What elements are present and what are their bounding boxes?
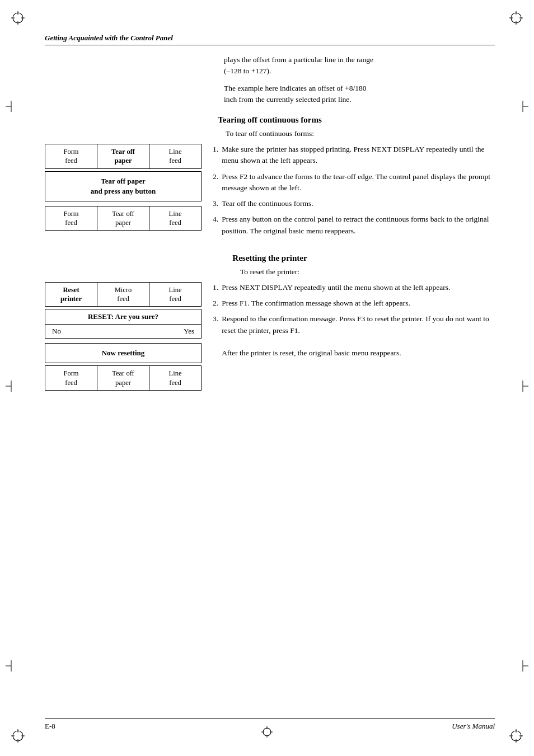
panel3-cell-tearoff: Tear offpaper xyxy=(97,206,149,231)
intro-line2: The example here indicates an offset of … xyxy=(224,83,495,106)
corner-reg-tr xyxy=(508,10,524,28)
trim-bracket-left-bot xyxy=(4,660,12,674)
page: Getting Acquainted with the Control Pane… xyxy=(0,0,534,756)
trim-bracket-left-mid xyxy=(4,381,12,394)
corner-reg-tl xyxy=(10,10,26,28)
panel3-cell-form: Formfeed xyxy=(45,206,97,231)
corner-reg-br xyxy=(508,728,524,746)
intro-block: plays the offset from a particular line … xyxy=(224,54,495,105)
section2-heading: Resetting the printer xyxy=(45,253,495,263)
section-resetting: Resetting the printer To reset the print… xyxy=(45,253,495,393)
footer-right: User's Manual xyxy=(452,722,495,731)
panel-reset4-row: Formfeed Tear offpaper Linefeed xyxy=(45,366,201,390)
section1-content: Formfeed Tear offpaper Linefeed Tear off… xyxy=(45,144,495,241)
panel-reset1-cell-line: Linefeed xyxy=(149,283,201,307)
section2-step1: 1. Press NEXT DISPLAY repeatedly until t… xyxy=(213,282,495,293)
section-tearing: Tearing off continuous forms To tear off… xyxy=(45,115,495,241)
panel2-message: Tear off paper and press any button xyxy=(45,172,201,201)
panel3-tearoff: Formfeed Tear offpaper Linefeed xyxy=(45,206,202,231)
section1-step4: 4. Press any button on the control panel… xyxy=(213,214,495,237)
panel-reset1-row: Resetprinter Microfeed Linefeed xyxy=(45,283,201,307)
panel-reset1: Resetprinter Microfeed Linefeed xyxy=(45,282,202,307)
footer-left: E-8 xyxy=(45,722,55,731)
page-footer: E-8 User's Manual xyxy=(45,718,495,731)
section1-intro: To tear off continuous forms: xyxy=(45,129,495,138)
section2-steps: 1. Press NEXT DISPLAY repeatedly until t… xyxy=(213,282,495,393)
panel1-cell-tearoff: Tear offpaper xyxy=(97,144,149,168)
trim-bracket-left-top xyxy=(4,101,12,114)
corner-reg-bl xyxy=(10,728,26,746)
header-title: Getting Acquainted with the Control Pane… xyxy=(45,34,173,42)
panel-reset1-cell-micro: Microfeed xyxy=(97,283,149,307)
panel-reset4: Formfeed Tear offpaper Linefeed xyxy=(45,365,202,391)
reset-option-no: No xyxy=(52,327,61,336)
panel1-tearoff: Formfeed Tear offpaper Linefeed xyxy=(45,144,202,169)
section2-diagrams: Resetprinter Microfeed Linefeed RESET: A… xyxy=(45,282,202,393)
trim-bracket-right-top xyxy=(522,101,530,114)
panel2-message-box: Tear off paper and press any button xyxy=(45,171,202,201)
trim-bracket-right-mid xyxy=(522,381,530,394)
panel-reset-confirm: RESET: Are you sure? No Yes xyxy=(45,309,202,339)
panel-reset-options: No Yes xyxy=(45,325,201,338)
section2-content: Resetprinter Microfeed Linefeed RESET: A… xyxy=(45,282,495,393)
intro-line1: plays the offset from a particular line … xyxy=(224,54,495,77)
panel-reset-header: RESET: Are you sure? xyxy=(45,309,201,325)
section2-step3: 3. Respond to the confirmation message. … xyxy=(213,313,495,359)
panel1-row: Formfeed Tear offpaper Linefeed xyxy=(45,144,201,168)
section2-step2: 2. Press F1. The confirmation message sh… xyxy=(213,298,495,309)
section1-steps: 1. Make sure the printer has stopped pri… xyxy=(213,144,495,241)
panel1-cell-line: Linefeed xyxy=(149,144,201,168)
section2-intro: To reset the printer: xyxy=(45,267,495,276)
panel3-cell-line: Linefeed xyxy=(149,206,201,231)
panel-reset4-cell-line: Linefeed xyxy=(149,366,201,390)
section1-heading: Tearing off continuous forms xyxy=(45,115,495,125)
panel-reset4-cell-tearoff: Tear offpaper xyxy=(97,366,149,390)
panel-now-resetting-text: Now resetting xyxy=(45,344,201,363)
section1-step1: 1. Make sure the printer has stopped pri… xyxy=(213,144,495,167)
panel1-cell-form: Formfeed xyxy=(45,144,97,168)
page-header: Getting Acquainted with the Control Pane… xyxy=(45,34,495,45)
section2-step-list: 1. Press NEXT DISPLAY repeatedly until t… xyxy=(213,282,495,359)
trim-bracket-right-bot xyxy=(522,660,530,674)
reset-option-yes: Yes xyxy=(184,327,194,336)
panel-now-resetting: Now resetting xyxy=(45,343,202,363)
panel3-row: Formfeed Tear offpaper Linefeed xyxy=(45,206,201,231)
section1-step2: 2. Press F2 to advance the forms to the … xyxy=(213,171,495,194)
section1-step-list: 1. Make sure the printer has stopped pri… xyxy=(213,144,495,237)
section1-diagrams: Formfeed Tear offpaper Linefeed Tear off… xyxy=(45,144,202,241)
section1-step3: 3. Tear off the continuous forms. xyxy=(213,198,495,209)
panel-reset1-cell-reset: Resetprinter xyxy=(45,283,97,307)
panel-reset4-cell-form: Formfeed xyxy=(45,366,97,390)
